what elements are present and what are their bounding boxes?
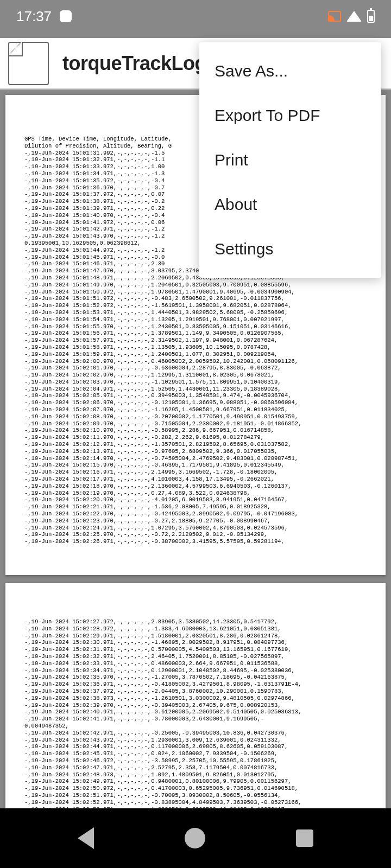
status-time: 17:37 <box>16 8 52 25</box>
menu-about[interactable]: About <box>199 182 381 227</box>
status-bar: 17:37 <box>0 0 391 33</box>
document-icon <box>8 42 49 85</box>
navigation-bar <box>0 808 391 868</box>
notification-dot-icon <box>60 10 72 22</box>
app-title: torqueTrackLog <box>62 52 206 75</box>
menu-print[interactable]: Print <box>199 138 381 182</box>
menu-export-pdf[interactable]: Export To PDF <box>199 93 381 138</box>
menu-save-as[interactable]: Save As... <box>199 49 381 93</box>
nav-back-icon[interactable] <box>78 827 94 849</box>
battery-icon <box>367 10 375 23</box>
nav-home-icon[interactable] <box>185 828 205 848</box>
nav-recent-icon[interactable] <box>296 829 313 847</box>
wifi-icon <box>346 11 362 22</box>
menu-settings[interactable]: Settings <box>199 227 381 271</box>
status-right <box>328 10 375 23</box>
page-2: -,19-Jun-2024 15:02:27.972,-,-,-,-,-,2.8… <box>5 583 386 808</box>
cast-icon <box>328 11 341 22</box>
status-left: 17:37 <box>16 8 72 25</box>
overflow-menu: Save As... Export To PDF Print About Set… <box>199 42 381 278</box>
